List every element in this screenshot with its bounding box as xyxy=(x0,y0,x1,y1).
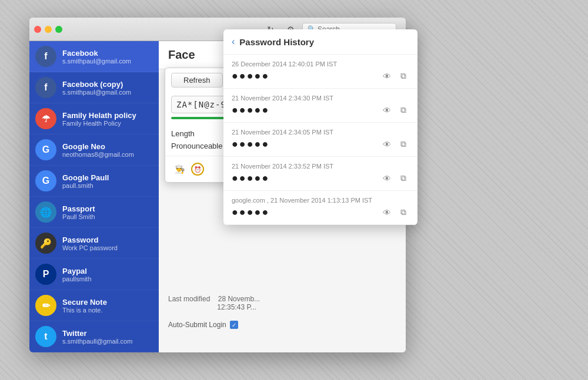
close-button[interactable] xyxy=(34,26,41,33)
item-avatar: ☂ xyxy=(35,108,56,129)
item-name: Google Paull xyxy=(62,173,153,182)
item-sub: s.smithpaull@gmail.com xyxy=(62,338,153,345)
back-arrow[interactable]: ‹ xyxy=(232,36,235,47)
copy-icon[interactable]: ⧉ xyxy=(397,70,409,82)
eye-icon[interactable]: 👁 xyxy=(381,105,393,116)
history-actions: 👁 ⧉ xyxy=(381,139,409,150)
item-avatar: f xyxy=(35,77,56,98)
last-modified-date: 28 Novemb... xyxy=(218,295,260,303)
item-sub: This is a note. xyxy=(62,307,153,314)
history-actions: 👁 ⧉ xyxy=(381,70,409,82)
history-pw-row: ●●●●● 👁 ⧉ xyxy=(232,206,409,218)
clock-icon[interactable]: ⏰ xyxy=(191,163,204,176)
item-avatar: 🌐 xyxy=(35,201,56,223)
copy-icon[interactable]: ⧉ xyxy=(397,139,409,150)
history-source: google.com , 21 November 2014 1:13:13 PM… xyxy=(232,197,409,204)
item-name: Paypal xyxy=(62,267,153,275)
sidebar-item-google-paull[interactable]: G Google Paull paull.smith xyxy=(29,166,159,197)
auto-submit-row: Auto-Submit Login ✓ xyxy=(168,321,238,329)
last-modified-time: 12:35:43 P... xyxy=(217,303,256,311)
history-pw-row: ●●●●● 👁 ⧉ xyxy=(232,104,409,116)
item-name: Google Neo xyxy=(62,142,153,151)
item-avatar: G xyxy=(35,170,56,191)
item-name: Facebook xyxy=(62,49,153,58)
item-avatar: G xyxy=(35,139,56,160)
sidebar-item-family-health[interactable]: ☂ Family Helath policy Family Health Pol… xyxy=(29,103,159,134)
history-title: Password History xyxy=(239,37,314,47)
history-list: 26 December 2014 12:40:01 PM IST ●●●●● 👁… xyxy=(223,55,417,225)
copy-icon[interactable]: ⧉ xyxy=(397,105,409,116)
minimize-button[interactable] xyxy=(45,26,52,33)
sidebar-item-twitter[interactable]: t Twitter s.smithpaull@gmail.com xyxy=(29,321,159,352)
item-sub: paull.smith xyxy=(62,182,153,189)
sidebar-item-google-neo[interactable]: G Google Neo neothomas8@gmail.com xyxy=(29,134,159,166)
item-avatar: f xyxy=(35,46,56,67)
history-dots: ●●●●● xyxy=(232,206,269,218)
history-entry-1: 21 November 2014 2:34:30 PM IST ●●●●● 👁 … xyxy=(223,89,417,123)
item-sub: s.smithpaul@gmail.com xyxy=(62,58,153,65)
history-actions: 👁 ⧉ xyxy=(381,105,409,116)
auto-submit-checkbox[interactable]: ✓ xyxy=(230,321,238,329)
history-entry-2: 21 November 2014 2:34:05 PM IST ●●●●● 👁 … xyxy=(223,123,417,157)
history-date: 21 November 2014 2:33:52 PM IST xyxy=(232,163,409,170)
chef-icon[interactable]: 👨‍🍳 xyxy=(171,161,188,177)
history-dots: ●●●●● xyxy=(232,104,269,116)
sidebar-item-facebook-copy[interactable]: f Facebook (copy) s.smithpaul@gmail.com xyxy=(29,72,159,103)
item-sub: Family Health Policy xyxy=(62,120,153,127)
history-actions: 👁 ⧉ xyxy=(381,207,409,218)
sidebar-item-secure-note[interactable]: ✏ Secure Note This is a note. xyxy=(29,290,159,321)
history-pw-row: ●●●●● 👁 ⧉ xyxy=(232,70,409,82)
history-entry-3: 21 November 2014 2:33:52 PM IST ●●●●● 👁 … xyxy=(223,157,417,191)
copy-icon[interactable]: ⧉ xyxy=(397,173,409,184)
item-name: Facebook (copy) xyxy=(62,80,153,89)
refresh-button[interactable]: Refresh xyxy=(171,73,223,88)
item-sub: s.smithpaul@gmail.com xyxy=(62,89,153,96)
history-date: 26 December 2014 12:40:01 PM IST xyxy=(232,60,409,68)
window-controls xyxy=(34,26,62,33)
history-entry-4: google.com , 21 November 2014 1:13:13 PM… xyxy=(223,191,417,225)
history-dots: ●●●●● xyxy=(232,138,269,150)
item-name: Passport xyxy=(62,204,153,213)
sidebar-item-password[interactable]: 🔑 Password Work PC password xyxy=(29,228,159,259)
history-pw-row: ●●●●● 👁 ⧉ xyxy=(232,172,409,184)
sidebar: f Facebook s.smithpaul@gmail.com f Faceb… xyxy=(29,41,159,352)
history-date: 21 November 2014 2:34:05 PM IST xyxy=(232,129,409,136)
history-dots: ●●●●● xyxy=(232,172,269,184)
history-panel: ‹ Password History 26 December 2014 12:4… xyxy=(223,29,417,225)
eye-icon[interactable]: 👁 xyxy=(381,173,393,184)
eye-icon[interactable]: 👁 xyxy=(381,207,393,218)
history-actions: 👁 ⧉ xyxy=(381,173,409,184)
item-sub: Work PC password xyxy=(62,244,153,251)
history-dots: ●●●●● xyxy=(232,70,269,82)
item-name: Family Helath policy xyxy=(62,111,153,120)
eye-icon[interactable]: 👁 xyxy=(381,139,393,150)
item-sub: neothomas8@gmail.com xyxy=(62,151,153,158)
item-avatar: t xyxy=(35,326,56,347)
item-name: Password xyxy=(62,236,153,244)
item-sub: Paull Smith xyxy=(62,213,153,220)
history-date: 21 November 2014 2:34:30 PM IST xyxy=(232,95,409,102)
item-sub: paullsmith xyxy=(62,275,153,283)
item-avatar: P xyxy=(35,264,56,285)
eye-icon[interactable]: 👁 xyxy=(381,70,393,82)
history-entry-0: 26 December 2014 12:40:01 PM IST ●●●●● 👁… xyxy=(223,55,417,89)
item-name: Twitter xyxy=(62,329,153,338)
modified-info: Last modified 28 Novemb... 12:35:43 P... xyxy=(168,295,260,311)
auto-submit-label: Auto-Submit Login xyxy=(168,321,226,329)
history-header: ‹ Password History xyxy=(223,29,417,55)
history-pw-row: ●●●●● 👁 ⧉ xyxy=(232,138,409,150)
sidebar-item-passport[interactable]: 🌐 Passport Paull Smith xyxy=(29,197,159,228)
item-avatar: 🔑 xyxy=(35,233,56,254)
last-modified-label: Last modified xyxy=(168,295,210,303)
copy-icon[interactable]: ⧉ xyxy=(397,207,409,218)
item-name: Secure Note xyxy=(62,298,153,307)
sidebar-item-paypal[interactable]: P Paypal paullsmith xyxy=(29,259,159,290)
maximize-button[interactable] xyxy=(55,26,62,33)
item-avatar: ✏ xyxy=(35,295,56,316)
sidebar-item-facebook[interactable]: f Facebook s.smithpaul@gmail.com xyxy=(29,41,159,72)
history-icon-wrap: 👨‍🍳 ⏰ xyxy=(171,161,204,177)
